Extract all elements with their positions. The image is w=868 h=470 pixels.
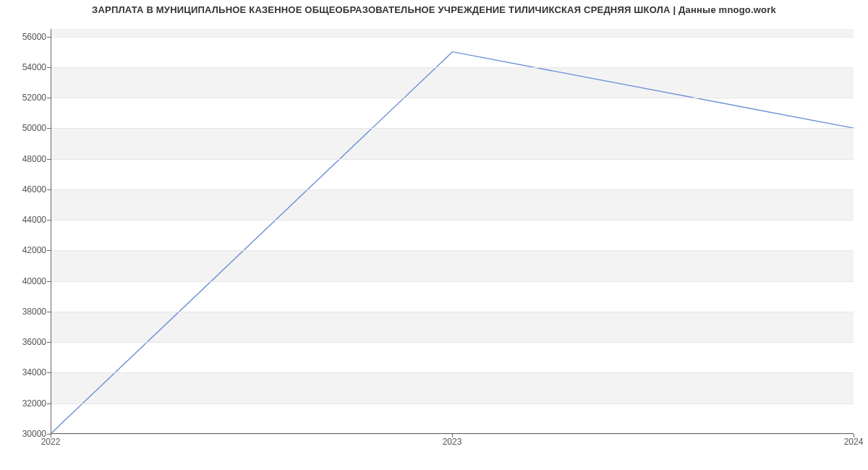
y-tick-label: 42000 <box>3 245 46 255</box>
y-grid-line <box>51 159 854 160</box>
y-tick-mark <box>47 403 51 404</box>
x-tick-label: 2023 <box>443 437 462 447</box>
y-tick-label: 36000 <box>3 337 46 347</box>
x-tick-label: 2022 <box>41 437 61 447</box>
y-tick-label: 48000 <box>3 154 46 164</box>
y-tick-label: 30000 <box>3 429 46 439</box>
y-tick-label: 34000 <box>3 367 46 377</box>
y-tick-mark <box>47 281 51 282</box>
plot-area <box>51 29 854 434</box>
y-grid-line <box>51 128 854 129</box>
y-grid-line <box>51 312 854 312</box>
y-grid-line <box>51 220 854 221</box>
y-tick-mark <box>47 372 51 373</box>
y-grid-line <box>51 189 854 190</box>
y-grid-line <box>51 37 854 38</box>
y-tick-label: 32000 <box>3 398 46 409</box>
x-tick-label: 2024 <box>844 437 864 447</box>
y-tick-label: 56000 <box>3 32 46 42</box>
y-grid-line <box>51 372 854 373</box>
y-grid-line <box>51 250 854 251</box>
y-tick-label: 50000 <box>3 123 46 133</box>
y-tick-mark <box>47 67 51 68</box>
y-tick-mark <box>47 98 51 98</box>
y-tick-mark <box>47 312 51 312</box>
x-tick-mark <box>854 434 854 437</box>
y-tick-mark <box>47 220 51 221</box>
line-chart: ЗАРПЛАТА В МУНИЦИПАЛЬНОЕ КАЗЕННОЕ ОБЩЕОБ… <box>0 0 868 470</box>
chart-title: ЗАРПЛАТА В МУНИЦИПАЛЬНОЕ КАЗЕННОЕ ОБЩЕОБ… <box>0 4 868 15</box>
y-grid-line <box>51 281 854 282</box>
y-tick-label: 54000 <box>3 62 46 72</box>
y-tick-mark <box>47 159 51 160</box>
y-tick-label: 38000 <box>3 307 46 317</box>
y-tick-label: 44000 <box>3 215 46 225</box>
y-tick-mark <box>47 189 51 190</box>
data-line <box>51 52 854 433</box>
x-tick-mark <box>452 434 453 437</box>
y-tick-mark <box>47 250 51 251</box>
y-grid-line <box>51 67 854 68</box>
y-tick-mark <box>47 37 51 38</box>
y-grid-line <box>51 98 854 98</box>
y-grid-line <box>51 403 854 404</box>
y-tick-label: 52000 <box>3 93 46 103</box>
y-grid-line <box>51 342 854 343</box>
y-tick-label: 46000 <box>3 184 46 195</box>
y-tick-mark <box>47 342 51 343</box>
y-tick-mark <box>47 128 51 129</box>
y-tick-label: 40000 <box>3 276 46 286</box>
x-tick-mark <box>51 434 51 437</box>
